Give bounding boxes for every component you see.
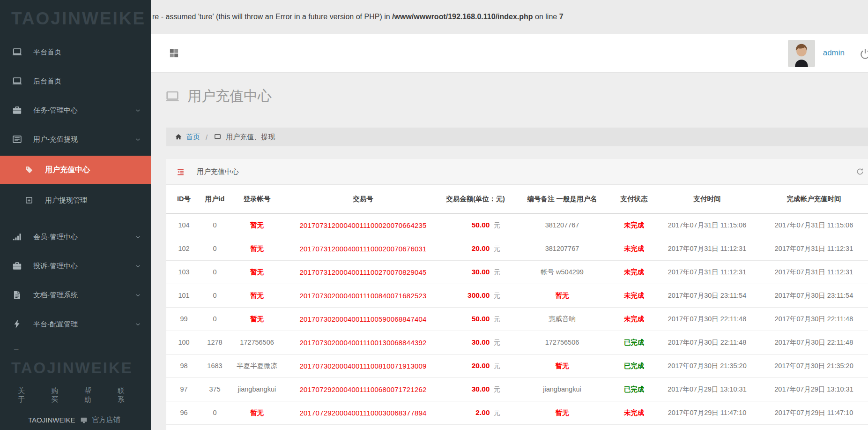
cell-id: 97 <box>166 377 201 401</box>
cell-remark: 暂无 <box>511 284 614 307</box>
footer-links: 关于购买帮助联系 <box>0 386 151 404</box>
cell-remark: 暂无 <box>511 354 614 377</box>
cell-login-account: 暂无 <box>228 237 286 260</box>
amount-unit: 元 <box>494 268 501 276</box>
cell-pay-status: 未完成 <box>614 213 654 237</box>
cell-pay-time: 2017年07月31日 11:12:31 <box>654 237 760 260</box>
sidebar-item-label: 用户提现管理 <box>45 196 141 205</box>
column-header: 登录帐号 <box>228 185 286 213</box>
cell-login-account: 暂无 <box>228 213 286 237</box>
cell-remark: 172756506 <box>511 331 614 354</box>
briefcase-icon <box>11 261 23 271</box>
sidebar-item[interactable]: 平台首页 <box>0 38 151 67</box>
cell-pay-time: 2017年07月31日 11:15:06 <box>654 213 760 237</box>
amount-unit: 元 <box>494 362 501 370</box>
cell-login-account: 暂无 <box>228 260 286 284</box>
table-row: 1010暂无2017073020004001110084007168252330… <box>166 284 868 307</box>
cell-pay-time: 2017年07月31日 11:12:31 <box>654 260 760 284</box>
app-logo: TAOJINWEIKE <box>0 0 151 38</box>
avatar[interactable] <box>788 40 815 67</box>
page-title: 用户充值中心 <box>187 87 272 106</box>
sidebar-item[interactable]: 用户提现管理 <box>0 186 151 215</box>
cell-user-id: 0 <box>201 213 228 237</box>
chevron-down-icon <box>134 136 141 143</box>
cell-pay-time: 2017年07月30日 22:11:48 <box>654 331 760 354</box>
content-area: 用户充值中心 首页 / 用户充值、提现 用户充值中心 ID号用户id登录帐号交易… <box>151 73 868 430</box>
column-header: 支付时间 <box>654 185 760 213</box>
footer-link[interactable]: 联系 <box>118 386 130 404</box>
sidebar-item-collapsed[interactable]: – <box>0 339 151 359</box>
table-row: 1020暂无2017073120004001110002007067603120… <box>166 237 868 260</box>
cell-remark: 惠威音响 <box>511 307 614 331</box>
amount-unit: 元 <box>494 339 501 346</box>
cell-transaction-number: 20170729200040011100680071721262 <box>286 377 440 401</box>
footer-store-brand: TAOJINWEIKE <box>28 416 75 424</box>
cell-complete-time: 2017年07月31日 11:15:06 <box>760 213 868 237</box>
amount-value: 30.00 <box>472 385 490 393</box>
cell-complete-time: 2017年07月30日 21:35:20 <box>760 354 868 377</box>
footer-link[interactable]: 购买 <box>51 386 64 404</box>
amount-unit: 元 <box>494 409 501 416</box>
sidebar-item-label: 用户-充值提现 <box>33 135 134 144</box>
sidebar-footer: TAOJINWEIKE 关于购买帮助联系 TAOJINWEIKE 官方店铺 <box>0 359 151 430</box>
cell-pay-time: 2017年07月30日 23:11:54 <box>654 284 760 307</box>
amount-value: 20.00 <box>472 244 490 252</box>
footer-link[interactable]: 帮助 <box>84 386 97 404</box>
breadcrumb-separator: / <box>206 133 208 141</box>
home-icon <box>174 133 183 141</box>
file-icon <box>11 290 23 300</box>
sidebar-item[interactable]: 文档-管理系统 <box>0 280 151 309</box>
table-body: 1040暂无2017073120004001110002007066423550… <box>166 213 868 424</box>
column-header: 交易金额(单位：元) <box>440 185 511 213</box>
table-row: 990暂无2017073020004001110059006884740450.… <box>166 307 868 331</box>
cell-user-id: 0 <box>201 237 228 260</box>
power-icon[interactable] <box>859 48 868 60</box>
footer-logo: TAOJINWEIKE <box>0 359 151 377</box>
panel-header: 用户充值中心 <box>166 159 868 185</box>
cell-user-id: 1278 <box>201 331 228 354</box>
sidebar-item[interactable]: 后台首页 <box>0 67 151 96</box>
table-row: 1001278172756506201707302000400111001300… <box>166 331 868 354</box>
desktop-icon <box>11 47 23 57</box>
column-header: ID号 <box>166 185 201 213</box>
sidebar-item[interactable]: 任务-管理中心 <box>0 96 151 125</box>
column-header: 完成帐户充值时间 <box>760 185 868 213</box>
sidebar-item[interactable]: 用户-充值提现 <box>0 125 151 154</box>
amount-value: 300.00 <box>467 291 490 299</box>
cell-pay-status: 未完成 <box>614 237 654 260</box>
cell-user-id: 0 <box>201 260 228 284</box>
sidebar-item[interactable]: 会员-管理中心 <box>0 222 151 251</box>
plus-square-icon <box>24 196 34 204</box>
breadcrumb-home-link[interactable]: 首页 <box>186 133 200 142</box>
cell-id: 103 <box>166 260 201 284</box>
username-link[interactable]: admin <box>823 48 845 58</box>
sidebar-item-label: 投诉-管理中心 <box>33 262 134 271</box>
footer-link[interactable]: 关于 <box>18 386 30 404</box>
topbar: admin <box>151 34 868 73</box>
grid-menu-icon[interactable] <box>169 48 179 59</box>
cell-transaction-number: 20170731200040011100020070664235 <box>286 213 440 237</box>
cell-remark: jiangbangkui <box>511 377 614 401</box>
cell-id: 104 <box>166 213 201 237</box>
refresh-icon[interactable] <box>856 167 864 176</box>
desktop-icon <box>213 133 222 141</box>
chevron-down-icon <box>134 263 141 270</box>
sidebar-item-active[interactable]: 用户充值中心 <box>0 156 151 184</box>
sidebar-item[interactable]: 投诉-管理中心 <box>0 251 151 280</box>
footer-store-link[interactable]: TAOJINWEIKE 官方店铺 <box>0 415 151 424</box>
table-row: 1030暂无2017073120004001110027007082904530… <box>166 260 868 284</box>
cell-complete-time: 2017年07月30日 23:11:54 <box>760 284 868 307</box>
bars-chart-icon <box>11 232 23 242</box>
cell-amount: 20.00元 <box>440 237 511 260</box>
cell-id: 96 <box>166 401 201 424</box>
cell-transaction-number: 20170729200040011100030068377894 <box>286 401 440 424</box>
sidebar-item[interactable]: 平台-配置管理 <box>0 309 151 339</box>
cell-pay-time: 2017年07月30日 21:35:20 <box>654 354 760 377</box>
sidebar-item-label: 后台首页 <box>33 77 141 86</box>
cell-amount: 300.00元 <box>440 284 511 307</box>
cell-amount: 2.00元 <box>440 401 511 424</box>
php-warning-bar: re - assumed 'ture' (this will throw an … <box>151 0 868 34</box>
cell-pay-time: 2017年07月29日 13:10:31 <box>654 377 760 401</box>
cell-login-account: 暂无 <box>228 401 286 424</box>
cell-user-id: 1683 <box>201 354 228 377</box>
